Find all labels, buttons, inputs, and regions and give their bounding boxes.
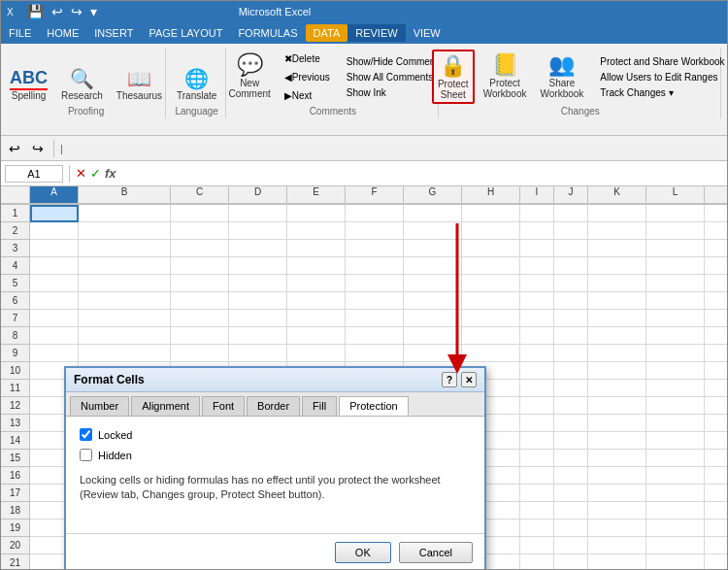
grid-cell[interactable] <box>646 502 705 520</box>
grid-cell[interactable] <box>705 467 727 485</box>
grid-cell[interactable] <box>404 275 462 292</box>
grid-cell[interactable] <box>30 257 79 275</box>
grid-cell[interactable] <box>554 205 588 222</box>
grid-cell[interactable] <box>588 275 646 292</box>
grid-cell[interactable] <box>346 222 404 240</box>
grid-cell[interactable] <box>520 537 554 554</box>
grid-cell[interactable] <box>287 275 346 292</box>
grid-cell[interactable] <box>287 292 346 310</box>
grid-cell[interactable] <box>171 205 229 222</box>
grid-cell[interactable] <box>79 240 171 257</box>
menu-file[interactable]: FILE <box>1 24 39 42</box>
grid-cell[interactable] <box>520 520 554 537</box>
grid-cell[interactable] <box>646 485 705 502</box>
grid-cell[interactable] <box>520 292 554 310</box>
grid-cell[interactable] <box>520 502 554 520</box>
grid-cell[interactable] <box>646 205 705 222</box>
grid-cell[interactable] <box>554 397 588 415</box>
grid-cell[interactable] <box>705 554 727 569</box>
grid-cell[interactable] <box>705 520 727 537</box>
grid-cell[interactable] <box>462 345 520 362</box>
menu-data[interactable]: DATA <box>306 24 348 42</box>
grid-cell[interactable] <box>705 292 727 310</box>
grid-cell[interactable] <box>462 257 520 275</box>
grid-cell[interactable] <box>646 222 705 240</box>
allow-users-edit-btn[interactable]: Allow Users to Edit Ranges <box>596 70 721 84</box>
col-header-L[interactable]: L <box>646 186 705 204</box>
grid-cell[interactable] <box>588 485 646 502</box>
grid-cell[interactable] <box>520 432 554 450</box>
grid-cell[interactable] <box>588 380 646 397</box>
grid-cell[interactable] <box>404 257 462 275</box>
grid-cell[interactable] <box>79 327 171 345</box>
grid-cell[interactable] <box>229 257 287 275</box>
grid-cell[interactable] <box>30 345 79 362</box>
grid-cell[interactable] <box>287 240 346 257</box>
save-quick-btn[interactable]: 💾 <box>25 4 46 19</box>
grid-cell[interactable] <box>705 502 727 520</box>
grid-cell[interactable] <box>588 205 646 222</box>
grid-cell[interactable] <box>520 310 554 327</box>
grid-cell[interactable] <box>705 275 727 292</box>
col-header-D[interactable]: D <box>229 186 287 204</box>
function-icon[interactable]: fx <box>105 166 116 181</box>
grid-cell[interactable] <box>30 205 79 222</box>
grid-cell[interactable] <box>462 222 520 240</box>
grid-cell[interactable] <box>705 380 727 397</box>
grid-cell[interactable] <box>588 467 646 485</box>
delete-btn[interactable]: ✖ Delete <box>280 50 335 67</box>
grid-cell[interactable] <box>646 257 705 275</box>
grid-cell[interactable] <box>646 415 705 432</box>
grid-cell[interactable] <box>705 415 727 432</box>
col-header-I[interactable]: I <box>520 186 554 204</box>
previous-btn[interactable]: ◀ Previous <box>280 69 335 85</box>
grid-cell[interactable] <box>520 345 554 362</box>
grid-cell[interactable] <box>705 362 727 380</box>
dialog-close-icon[interactable]: ✕ <box>461 372 477 387</box>
grid-cell[interactable] <box>588 345 646 362</box>
new-comment-btn[interactable]: 💬 NewComment <box>223 50 275 102</box>
grid-cell[interactable] <box>171 222 229 240</box>
grid-cell[interactable] <box>520 327 554 345</box>
grid-cell[interactable] <box>79 310 171 327</box>
grid-cell[interactable] <box>588 310 646 327</box>
grid-cell[interactable] <box>404 222 462 240</box>
menu-view[interactable]: VIEW <box>406 24 448 42</box>
col-header-J[interactable]: J <box>554 186 588 204</box>
grid-cell[interactable] <box>171 275 229 292</box>
grid-cell[interactable] <box>646 240 705 257</box>
grid-cell[interactable] <box>554 362 588 380</box>
grid-cell[interactable] <box>554 380 588 397</box>
grid-cell[interactable] <box>646 432 705 450</box>
grid-cell[interactable] <box>554 292 588 310</box>
share-workbook-btn[interactable]: 👥 ShareWorkbook <box>535 50 588 102</box>
grid-cell[interactable] <box>346 327 404 345</box>
dialog-tab-fill[interactable]: Fill <box>302 396 337 416</box>
grid-cell[interactable] <box>30 292 79 310</box>
locked-checkbox[interactable] <box>80 428 92 441</box>
grid-cell[interactable] <box>588 292 646 310</box>
grid-cell[interactable] <box>646 345 705 362</box>
grid-cell[interactable] <box>520 240 554 257</box>
grid-cell[interactable] <box>520 415 554 432</box>
grid-cell[interactable] <box>30 275 79 292</box>
grid-cell[interactable] <box>171 310 229 327</box>
grid-cell[interactable] <box>404 292 462 310</box>
grid-cell[interactable] <box>79 345 171 362</box>
undo-btn[interactable]: ↩ <box>5 139 24 158</box>
grid-cell[interactable] <box>346 257 404 275</box>
col-header-A[interactable]: A <box>30 186 79 204</box>
col-header-H[interactable]: H <box>462 186 520 204</box>
grid-cell[interactable] <box>346 275 404 292</box>
next-btn[interactable]: ▶ Next <box>280 87 335 104</box>
grid-cell[interactable] <box>554 502 588 520</box>
menu-page-layout[interactable]: PAGE LAYOUT <box>141 24 230 42</box>
grid-cell[interactable] <box>404 345 462 362</box>
grid-cell[interactable] <box>554 327 588 345</box>
grid-cell[interactable] <box>462 310 520 327</box>
grid-cell[interactable] <box>404 240 462 257</box>
grid-cell[interactable] <box>554 554 588 569</box>
grid-cell[interactable] <box>229 292 287 310</box>
cell-reference-input[interactable] <box>5 165 63 183</box>
translate-btn[interactable]: 🌐 Translate <box>172 64 221 104</box>
